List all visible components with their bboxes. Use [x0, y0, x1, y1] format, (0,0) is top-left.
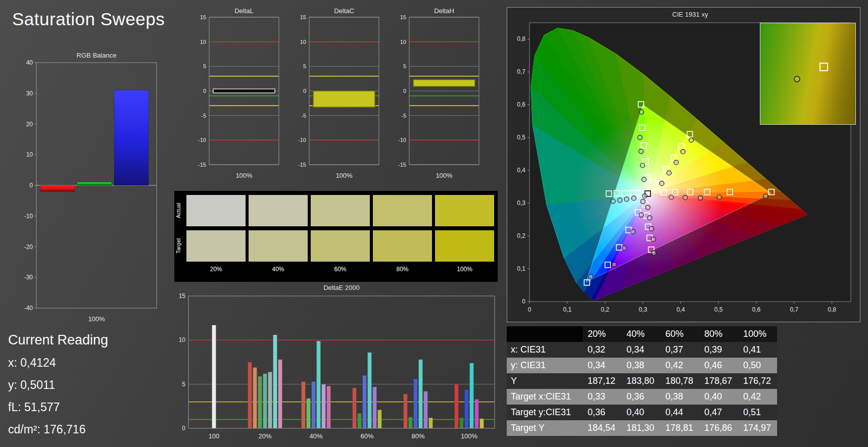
- chart-text: 0,8: [517, 35, 525, 42]
- chart-text: 10: [179, 336, 186, 343]
- table-header-cell: 40%: [621, 326, 660, 342]
- chart-text: 0,4: [517, 167, 525, 174]
- table-row: Y187,12183,80180,78178,67176,72: [507, 373, 777, 389]
- delta-l-chart: DeltaL151050-5-10-15100%: [192, 7, 283, 183]
- measured-circle: [651, 237, 656, 241]
- measured-circle: [763, 194, 768, 198]
- target-swatch: [311, 230, 370, 262]
- delta-e-bar: [409, 417, 413, 428]
- chart-text: 5: [303, 63, 306, 69]
- swatch-col-label: 40%: [249, 266, 308, 273]
- measured-circle: [652, 251, 656, 255]
- table-cell: 176,86: [699, 420, 738, 436]
- delta-e-bar: [353, 388, 357, 428]
- current-reading-y: y: 0,5011: [8, 378, 108, 392]
- red-bar: [40, 185, 75, 191]
- table-cell: 184,54: [583, 420, 621, 436]
- table-cell: 0,34: [583, 358, 621, 373]
- table-cell: 0,36: [621, 389, 660, 405]
- cie-zoom-inset: [760, 23, 856, 125]
- table-cell: 0,39: [699, 342, 738, 358]
- chart-text: 80%: [411, 432, 424, 440]
- chart-text: 0: [522, 298, 525, 305]
- measured-circle: [622, 246, 626, 251]
- chart-text: 15: [200, 14, 206, 20]
- delta-e-bar: [414, 379, 418, 428]
- table-row-label: Y: [507, 373, 583, 389]
- chart-text: -15: [198, 162, 206, 168]
- chart-text: DeltaL: [234, 7, 254, 15]
- delta-e-bar: [358, 413, 362, 428]
- delta-e-bar: [363, 375, 367, 428]
- delta-e-bar: [424, 391, 428, 428]
- table-row-label: x: CIE31: [507, 342, 583, 358]
- measured-circle: [612, 262, 616, 267]
- chart-text: 40: [26, 59, 33, 66]
- chart-text: 0: [528, 306, 532, 313]
- table-row-label: Target y:CIE31: [507, 405, 583, 420]
- swatch-row-label: Actual: [175, 195, 184, 226]
- measured-circle: [639, 213, 644, 217]
- chart-text: 0,7: [517, 68, 525, 75]
- table-cell: 0,44: [660, 405, 699, 420]
- chart-text: -10: [24, 213, 33, 220]
- chart-text: DeltaC: [334, 7, 354, 15]
- target-swatch: [249, 230, 308, 262]
- measured-circle: [646, 205, 650, 210]
- chart-text: 0,6: [517, 101, 525, 108]
- chart-text: -5: [201, 113, 206, 119]
- table-cell: 0,37: [660, 342, 699, 358]
- current-reading-cdm2: cd/m²: 176,716: [8, 423, 108, 436]
- target-swatch: [186, 230, 246, 262]
- delta-e-bar: [419, 360, 423, 428]
- measured-circle: [647, 216, 652, 220]
- chart-text: 0: [203, 88, 206, 94]
- delta-e-bar: [378, 410, 382, 428]
- chart-text: -40: [24, 305, 33, 312]
- chart-text: 100%: [235, 172, 253, 179]
- delta-e-bar: [429, 418, 433, 428]
- chart-text: 0,3: [517, 200, 525, 207]
- target-swatch: [373, 230, 432, 262]
- swatch-comparison-panel: ActualTarget20%40%60%80%100%: [174, 191, 498, 282]
- table-header-cell: [507, 326, 583, 342]
- delta-bar: [213, 89, 275, 93]
- table-cell: 0,42: [738, 389, 777, 405]
- table-cell: 0,40: [699, 389, 738, 405]
- delta-h-chart: DeltaH151050-5-10-15100%: [392, 7, 483, 183]
- chart-text: 10: [400, 39, 406, 45]
- delta-e-bar: [465, 389, 469, 428]
- current-reading-x: x: 0,4124: [8, 356, 108, 370]
- chart-text: 10: [300, 39, 306, 45]
- table-row: Target x:CIE310,330,360,380,400,42: [507, 389, 777, 405]
- chart-text: 0,2: [601, 306, 609, 313]
- chart-text: -5: [301, 113, 306, 119]
- delta-c-chart: DeltaC151050-5-10-15100%: [292, 7, 383, 183]
- chart-text: 5: [203, 63, 206, 69]
- plot-border: [188, 296, 495, 428]
- delta-e-bar: [273, 335, 277, 428]
- delta-bar: [313, 91, 375, 107]
- measured-circle: [667, 171, 671, 175]
- rgb-balance-chart: RGB Balance-40-30-20-10010203040100%: [13, 51, 161, 327]
- chart-text: 100%: [461, 432, 478, 440]
- table-cell: 0,41: [738, 342, 777, 358]
- measured-circle: [589, 274, 593, 279]
- chart-text: 100%: [436, 172, 453, 179]
- chart-text: DeltaE 2000: [323, 284, 360, 291]
- swatch-col-label: 60%: [311, 266, 370, 273]
- delta-e-bar: [460, 418, 464, 428]
- current-reading: Current Reading x: 0,4124 y: 0,5011 fL: …: [8, 332, 108, 445]
- measured-circle: [674, 160, 679, 165]
- measured-circle: [683, 195, 688, 200]
- measured-circle: [659, 181, 664, 186]
- delta-e-bar: [368, 353, 372, 428]
- chart-text: 0,2: [517, 232, 525, 239]
- delta-e-bar: [404, 394, 408, 428]
- measured-circle: [643, 193, 647, 198]
- measured-circle: [638, 135, 642, 140]
- chart-text: 100%: [335, 172, 353, 179]
- chart-text: 0: [303, 88, 306, 94]
- actual-swatch: [249, 195, 308, 226]
- chart-text: DeltaH: [434, 7, 454, 15]
